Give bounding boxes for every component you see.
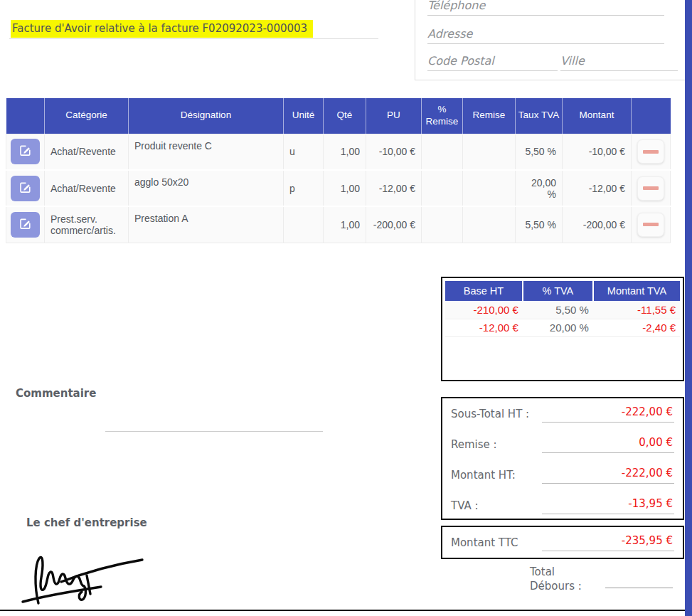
col-pu: PU <box>366 98 422 134</box>
phone-input[interactable] <box>427 0 664 16</box>
montant-ht-label: Montant HT: <box>451 469 516 482</box>
subtotal-value: -222,00 € <box>542 405 674 423</box>
cell-designation: agglo 50x20 <box>129 170 284 206</box>
right-accent-bar <box>685 0 692 616</box>
cell-unit <box>284 206 324 243</box>
cell-pu: -12,00 € <box>366 170 422 206</box>
cell-category: Achat/Revente <box>45 134 129 170</box>
cell-qty: 1,00 <box>324 134 366 170</box>
montant-ttc-box: Montant TTC -235,95 € <box>441 526 684 559</box>
totals-box: Sous-Total HT : -222,00 € Remise : 0,00 … <box>441 397 684 520</box>
remise-value: 0,00 € <box>542 436 674 453</box>
city-input[interactable] <box>560 51 678 71</box>
cell-montant: -12,00 € <box>563 170 632 206</box>
tva-base: -210,00 € <box>445 301 523 319</box>
tva-col-pct: % TVA <box>523 281 593 301</box>
ttc-value: -235,95 € <box>542 534 674 551</box>
edit-row-button[interactable] <box>11 212 40 238</box>
comment-label: Commentaire <box>16 387 96 400</box>
cell-taux-tva: 20,00 % <box>516 170 563 206</box>
table-header-row: Catégorie Désignation Unité Qté PU % Rem… <box>6 98 671 134</box>
address-input[interactable] <box>427 24 664 44</box>
ttc-row: Montant TTC -235,95 € <box>442 527 683 558</box>
remise-row: Remise : 0,00 € <box>442 429 683 460</box>
edit-pencil-icon <box>18 144 32 159</box>
credit-note-page: Facture d'Avoir relative à la facture F0… <box>0 0 692 616</box>
col-remise: Remise <box>463 98 516 134</box>
cell-pu: -10,00 € <box>366 134 422 170</box>
tva-row: -210,00 € 5,50 % -11,55 € <box>445 301 680 319</box>
total-debours-input[interactable] <box>605 588 673 588</box>
subtotal-label: Sous-Total HT : <box>451 408 529 420</box>
subtotal-row: Sous-Total HT : -222,00 € <box>442 398 683 429</box>
col-delete <box>632 98 671 134</box>
cell-montant: -200,00 € <box>563 206 632 243</box>
cell-pu: -200,00 € <box>366 206 422 243</box>
tva-summary-table: Base HT % TVA Montant TVA -210,00 € 5,50… <box>445 281 680 337</box>
edit-pencil-icon <box>18 217 32 233</box>
cell-designation: Produit revente C <box>129 134 284 170</box>
delete-row-button[interactable] <box>637 213 664 237</box>
table-row: Achat/Revente Produit revente C u 1,00 -… <box>6 134 671 170</box>
cell-pct-remise <box>422 206 463 243</box>
col-montant: Montant <box>563 98 632 134</box>
total-debours-label: Total Débours : <box>530 565 582 593</box>
cell-pct-remise <box>422 134 463 170</box>
minus-icon <box>643 150 659 154</box>
ttc-label: Montant TTC <box>451 536 518 549</box>
tva-pct: 5,50 % <box>523 301 593 319</box>
invoice-lines-table: Catégorie Désignation Unité Qté PU % Rem… <box>6 98 671 243</box>
col-unit: Unité <box>284 98 324 134</box>
tva-pct: 20,00 % <box>523 319 593 336</box>
col-actions <box>6 98 45 134</box>
col-category: Catégorie <box>45 98 129 134</box>
signature-image <box>17 542 149 612</box>
col-qty: Qté <box>324 98 366 134</box>
edit-row-button[interactable] <box>11 176 40 201</box>
montant-ht-value: -222,00 € <box>542 467 674 484</box>
tva-montant: -2,40 € <box>593 319 680 336</box>
cell-unit: u <box>284 134 324 170</box>
cell-montant: -10,00 € <box>563 134 632 170</box>
tva-row: -12,00 € 20,00 % -2,40 € <box>445 319 680 336</box>
client-info-panel <box>415 0 685 80</box>
tva-montant: -11,55 € <box>593 301 680 319</box>
tva-total-label: TVA : <box>451 499 479 512</box>
title-divider <box>9 38 378 39</box>
table-row: Achat/Revente agglo 50x20 p 1,00 -12,00 … <box>6 170 671 206</box>
minus-icon <box>643 223 659 226</box>
tva-base: -12,00 € <box>445 319 523 336</box>
cell-taux-tva: 5,50 % <box>516 134 563 170</box>
delete-row-button[interactable] <box>637 139 664 164</box>
tva-summary-box: Base HT % TVA Montant TVA -210,00 € 5,50… <box>441 277 684 381</box>
cell-pct-remise <box>422 170 463 206</box>
cell-designation: Prestation A <box>129 206 284 243</box>
cell-remise <box>463 170 516 206</box>
tva-total-value: -13,95 € <box>542 497 674 514</box>
tva-col-montant: Montant TVA <box>593 281 680 301</box>
postal-code-input[interactable] <box>427 51 558 71</box>
cell-category: Prest.serv. commerc/artis. <box>45 206 129 243</box>
tva-header-row: Base HT % TVA Montant TVA <box>445 281 680 301</box>
tva-total-row: TVA : -13,95 € <box>442 490 683 521</box>
col-taux-tva: Taux TVA <box>516 98 563 134</box>
cell-taux-tva: 5,50 % <box>516 206 563 243</box>
cell-category: Achat/Revente <box>45 170 129 206</box>
col-designation: Désignation <box>129 98 284 134</box>
col-pct-remise: % Remise <box>422 98 463 134</box>
cell-remise <box>463 134 516 170</box>
cell-remise <box>463 206 516 243</box>
minus-icon <box>643 186 659 190</box>
table-row: Prest.serv. commerc/artis. Prestation A … <box>6 206 671 243</box>
page-title: Facture d'Avoir relative à la facture F0… <box>11 20 313 38</box>
chief-signature-label: Le chef d'entreprise <box>26 516 147 529</box>
cell-qty: 1,00 <box>324 206 366 243</box>
montant-ht-row: Montant HT: -222,00 € <box>442 460 683 490</box>
delete-row-button[interactable] <box>637 176 664 201</box>
comment-input[interactable] <box>105 431 323 432</box>
edit-pencil-icon <box>18 181 32 196</box>
cell-unit: p <box>284 170 324 206</box>
tva-col-base: Base HT <box>445 281 523 301</box>
edit-row-button[interactable] <box>11 139 40 164</box>
remise-label: Remise : <box>451 438 497 451</box>
